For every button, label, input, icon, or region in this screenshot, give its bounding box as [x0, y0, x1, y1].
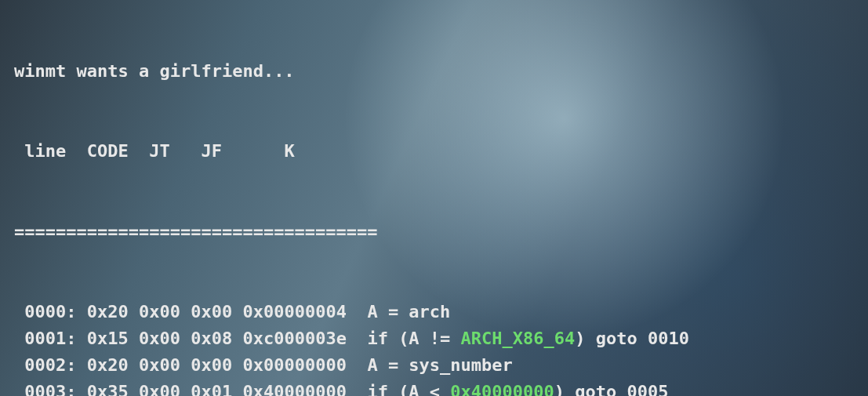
table-row: 0002: 0x20 0x00 0x00 0x00000000 A = sys_… — [14, 352, 865, 379]
syscall-symbol: 0x40000000 — [450, 382, 554, 396]
prompt-title: winmt wants a girlfriend... — [14, 58, 865, 85]
table-row: 0003: 0x35 0x00 0x01 0x40000000 if (A < … — [14, 379, 865, 396]
separator: =================================== — [14, 219, 865, 245]
syscall-symbol: ARCH_X86_64 — [461, 329, 576, 348]
table-header: line CODE JT JF K — [14, 138, 865, 165]
table-row: 0000: 0x20 0x00 0x00 0x00000004 A = arch — [14, 299, 865, 325]
terminal-output: winmt wants a girlfriend... line CODE JT… — [0, 0, 868, 396]
seccomp-rows: 0000: 0x20 0x00 0x00 0x00000004 A = arch… — [14, 299, 865, 396]
table-row: 0001: 0x15 0x00 0x08 0xc000003e if (A !=… — [14, 325, 865, 352]
